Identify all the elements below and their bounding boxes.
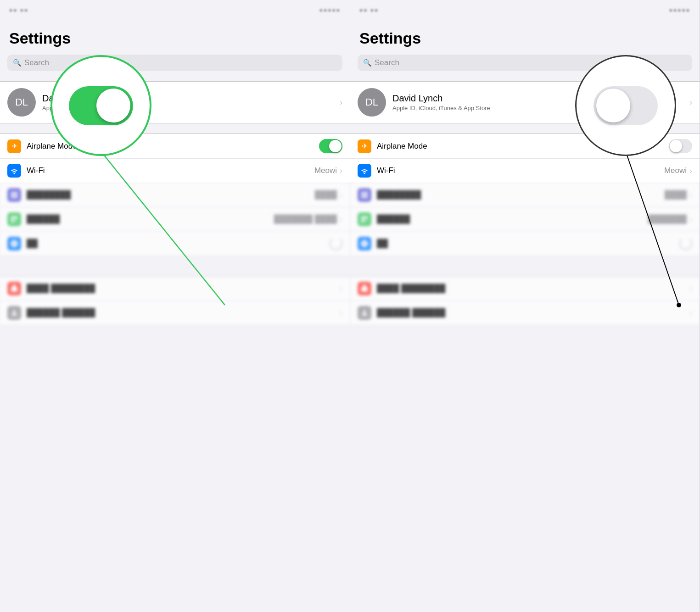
row3-label-left: ████████ bbox=[27, 190, 309, 200]
search-icon-right: 🔍 bbox=[363, 59, 372, 67]
status-icons-left: ●●●●● bbox=[319, 7, 341, 13]
spinner-right bbox=[679, 237, 692, 250]
row3-right[interactable]: ████████ ████ › bbox=[350, 183, 700, 207]
airplane-icon-right: ✈ bbox=[358, 139, 371, 153]
row7-chevron-left: › bbox=[340, 308, 342, 318]
row3-icon-left bbox=[7, 188, 21, 202]
status-time-left: ●● ●● bbox=[9, 7, 28, 13]
row6-chevron-right: › bbox=[689, 284, 692, 294]
row6-chevron-left: › bbox=[340, 284, 342, 294]
row5-right[interactable]: ██ bbox=[350, 232, 700, 256]
svg-rect-7 bbox=[361, 192, 364, 195]
settings-section2-right: ████ ████████ › ██████ ██████ › bbox=[350, 276, 700, 325]
row4-label-right: ██████ bbox=[377, 215, 643, 224]
magnified-thumb-off bbox=[596, 89, 630, 122]
settings-section-left: ✈ Airplane Mode Wi-Fi Meowi › ███ bbox=[0, 134, 350, 256]
row3-icon-right bbox=[358, 188, 371, 202]
row7-chevron-right: › bbox=[689, 308, 692, 318]
row5-icon-right bbox=[358, 237, 371, 250]
search-placeholder-right: Search bbox=[375, 58, 399, 67]
svg-rect-2 bbox=[11, 195, 14, 198]
search-icon-left: 🔍 bbox=[13, 59, 22, 67]
right-phone-panel: ●● ●● ●●●●● Settings 🔍 Search DL David L… bbox=[350, 0, 700, 612]
magnify-circle-left bbox=[50, 55, 151, 156]
magnified-thumb-on bbox=[96, 89, 130, 122]
search-placeholder-left: Search bbox=[24, 58, 49, 67]
row4-value-left: ███████ ████ › bbox=[274, 215, 342, 224]
toggle-thumb-right bbox=[670, 140, 682, 152]
avatar-left: DL bbox=[7, 88, 36, 117]
row7-icon-left bbox=[7, 306, 21, 320]
row4-icon-left bbox=[7, 212, 21, 226]
row3-left[interactable]: ████████ ████ › bbox=[0, 183, 350, 207]
row5-icon-left bbox=[7, 237, 21, 250]
row4-icon-right bbox=[358, 212, 371, 226]
wifi-label-right: Wi-Fi bbox=[377, 166, 659, 175]
row4-value-right: ███████ › bbox=[648, 215, 692, 224]
spinner-left bbox=[330, 237, 342, 250]
wifi-icon-left bbox=[7, 164, 21, 178]
svg-rect-4 bbox=[11, 287, 17, 292]
airplane-mode-row-left[interactable]: ✈ Airplane Mode bbox=[0, 134, 350, 159]
row7-label-right: ██████ ██████ bbox=[377, 308, 684, 317]
row3-label-right: ████████ bbox=[377, 190, 659, 200]
row4-left[interactable]: ██████ ███████ ████ › bbox=[0, 207, 350, 232]
row7-label-left: ██████ ██████ bbox=[27, 308, 334, 317]
svg-rect-8 bbox=[365, 192, 368, 195]
svg-rect-0 bbox=[11, 192, 14, 195]
row6-left[interactable]: ████ ████████ › bbox=[0, 276, 350, 301]
row6-right[interactable]: ████ ████████ › bbox=[350, 276, 700, 301]
wifi-value-left: Meowi › bbox=[314, 166, 342, 176]
status-time-right: ●● ●● bbox=[359, 7, 379, 13]
row7-left[interactable]: ██████ ██████ › bbox=[0, 301, 350, 325]
magnify-circle-right bbox=[575, 55, 676, 156]
row3-value-left: ████ › bbox=[315, 190, 342, 200]
settings-title-left: Settings bbox=[0, 20, 350, 52]
row4-right[interactable]: ██████ ███████ › bbox=[350, 207, 700, 232]
row6-icon-right bbox=[358, 282, 371, 295]
left-phone-panel: ●● ●● ●●●●● Settings 🔍 Search DL David L… bbox=[0, 0, 350, 612]
row6-label-right: ████ ████████ bbox=[377, 284, 684, 293]
svg-rect-9 bbox=[361, 195, 364, 198]
settings-section-right: ✈ Airplane Mode Wi-Fi Meowi › ███ bbox=[350, 134, 700, 256]
airplane-toggle-right[interactable] bbox=[669, 139, 692, 153]
svg-point-12 bbox=[363, 310, 366, 313]
wifi-chevron-left: › bbox=[340, 166, 342, 176]
svg-point-5 bbox=[13, 310, 16, 313]
wifi-row-right[interactable]: Wi-Fi Meowi › bbox=[350, 159, 700, 183]
row5-label-left: ██ bbox=[27, 239, 324, 248]
row3-value-right: ████ › bbox=[665, 190, 692, 200]
airplane-toggle-left[interactable] bbox=[319, 139, 342, 153]
toggle-thumb-left bbox=[329, 140, 342, 152]
status-bar-right: ●● ●● ●●●●● bbox=[350, 0, 700, 20]
svg-rect-10 bbox=[365, 195, 368, 198]
svg-rect-11 bbox=[361, 287, 368, 292]
status-bar-left: ●● ●● ●●●●● bbox=[0, 0, 350, 20]
status-icons-right: ●●●●● bbox=[669, 7, 690, 13]
magnified-toggle-off bbox=[594, 86, 658, 125]
row6-icon-left bbox=[7, 282, 21, 295]
wifi-label-left: Wi-Fi bbox=[27, 166, 309, 175]
search-bar-left[interactable]: 🔍 Search bbox=[7, 55, 342, 71]
row4-label-left: ██████ bbox=[27, 215, 269, 224]
svg-rect-1 bbox=[15, 192, 17, 195]
row7-icon-right bbox=[358, 306, 371, 320]
profile-chevron-right: › bbox=[689, 98, 692, 107]
row7-right[interactable]: ██████ ██████ › bbox=[350, 301, 700, 325]
profile-chevron-left: › bbox=[340, 98, 342, 107]
row6-label-left: ████ ████████ bbox=[27, 284, 334, 293]
row5-left[interactable]: ██ bbox=[0, 232, 350, 256]
wifi-row-left[interactable]: Wi-Fi Meowi › bbox=[0, 159, 350, 183]
svg-rect-3 bbox=[15, 195, 17, 198]
avatar-right: DL bbox=[358, 88, 386, 117]
wifi-value-right: Meowi › bbox=[664, 166, 692, 176]
magnified-toggle-on bbox=[69, 86, 133, 125]
wifi-chevron-right: › bbox=[689, 166, 692, 176]
row5-label-right: ██ bbox=[377, 239, 674, 248]
section-gap-right bbox=[350, 256, 700, 266]
settings-section2-left: ████ ████████ › ██████ ██████ › bbox=[0, 276, 350, 325]
section-gap-left bbox=[0, 256, 350, 266]
wifi-icon-right bbox=[358, 164, 371, 178]
airplane-icon-left: ✈ bbox=[7, 139, 21, 153]
settings-title-right: Settings bbox=[350, 20, 700, 52]
